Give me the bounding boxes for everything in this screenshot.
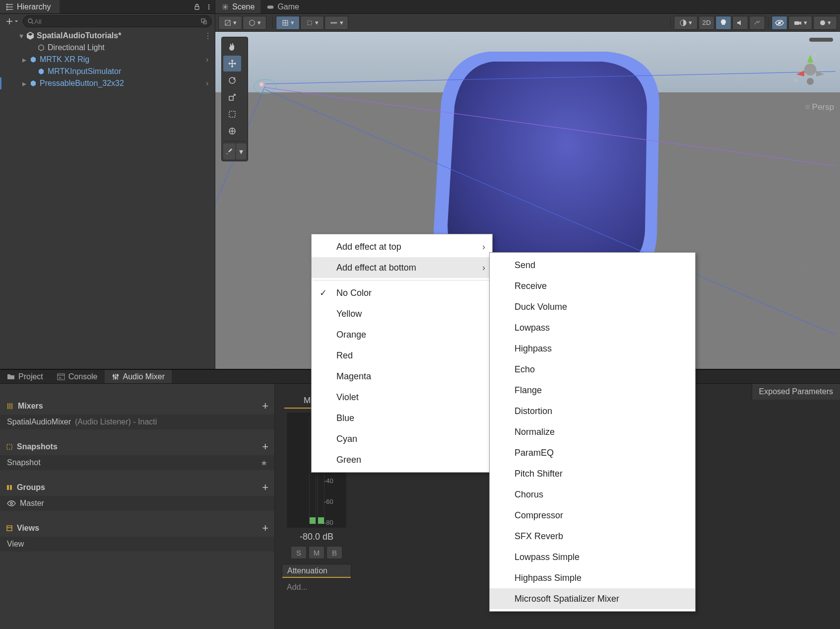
menu-effect-chorus[interactable]: Chorus [490, 484, 695, 505]
visibility-button[interactable] [772, 16, 787, 30]
group-row[interactable]: Master [0, 496, 274, 511]
mixer-icon [112, 373, 120, 381]
check-icon: ✓ [320, 287, 327, 298]
transform-tool[interactable] [223, 123, 241, 139]
scene-row[interactable]: ▾ SpatialAudioTutorials* ⋮ [0, 30, 215, 42]
menu-effect-sfx-reverb[interactable]: SFX Reverb [490, 526, 695, 547]
add-snapshot-button[interactable]: + [262, 440, 268, 453]
hierarchy-search-input[interactable] [34, 18, 200, 25]
hierarchy-lock-button[interactable] [191, 1, 203, 12]
game-object-row[interactable]: ▸ PressableButton_32x32 › [0, 77, 215, 89]
perspective-label[interactable]: ≡ Persp [805, 102, 834, 112]
add-view-button[interactable]: + [262, 522, 268, 535]
snap-increment-button[interactable]: ▾ [300, 16, 324, 30]
snap-ruler-button[interactable]: ▾ [324, 16, 348, 30]
menu-effect-duck-volume[interactable]: Duck Volume [490, 296, 695, 317]
tick-label: -40 [324, 477, 344, 485]
chevron-right-icon[interactable]: › [206, 79, 215, 88]
hierarchy-search[interactable] [23, 15, 212, 27]
draw-mode-button[interactable]: ▾ [674, 16, 698, 30]
menu-effect-compressor[interactable]: Compressor [490, 505, 695, 526]
2d-toggle-button[interactable]: 2D [699, 16, 714, 30]
menu-color-red[interactable]: Red [312, 345, 492, 366]
exposed-parameters-button[interactable]: Exposed Parameters [752, 384, 840, 400]
hand-tool[interactable] [223, 39, 241, 55]
scene-tool-palette: ▾ [221, 37, 248, 161]
menu-effect-microsoft-spatializer[interactable]: Microsoft Spatializer Mixer [490, 588, 695, 609]
add-mixer-button[interactable]: + [262, 400, 268, 413]
game-object-row[interactable]: MRTKInputSimulator [0, 66, 215, 77]
bypass-button[interactable]: B [326, 546, 342, 559]
menu-color-yellow[interactable]: Yellow [312, 303, 492, 324]
expand-icon[interactable]: ▾ [18, 32, 25, 39]
menu-label: Echo [515, 364, 535, 375]
menu-effect-parameq[interactable]: ParamEQ [490, 442, 695, 463]
create-dropdown[interactable] [3, 16, 21, 27]
menu-label: Send [515, 260, 535, 271]
viewport-drag-handle[interactable] [809, 38, 833, 42]
menu-effect-echo[interactable]: Echo [490, 359, 695, 380]
gizmos-button[interactable]: ▾ [813, 16, 837, 30]
game-object-row[interactable]: ▸ MRTK XR Rig › [0, 54, 215, 66]
snapshot-row[interactable]: Snapshot ★ [0, 455, 274, 470]
view-row[interactable]: View [0, 537, 274, 552]
chevron-right-icon[interactable]: › [206, 55, 215, 64]
menu-color-orange[interactable]: Orange [312, 324, 492, 345]
lock-icon: ≡ [805, 102, 810, 112]
menu-color-green[interactable]: Green [312, 449, 492, 470]
menu-add-effect-top[interactable]: Add effect at top › [312, 236, 492, 257]
add-group-button[interactable]: + [262, 481, 268, 494]
menu-color-none[interactable]: ✓No Color [312, 282, 492, 303]
hierarchy-tab[interactable]: Hierarchy [0, 0, 60, 13]
menu-effect-lowpass[interactable]: Lowpass [490, 317, 695, 338]
scale-tool[interactable] [223, 89, 241, 105]
expand-icon[interactable]: ▸ [21, 56, 28, 63]
expand-icon[interactable]: ▸ [21, 80, 28, 87]
menu-label: Add effect at top [336, 242, 401, 252]
solo-button[interactable]: S [291, 546, 307, 559]
svg-point-0 [6, 4, 7, 5]
menu-effect-send[interactable]: Send [490, 255, 695, 276]
menu-effect-normalize[interactable]: Normalize [490, 421, 695, 442]
menu-color-cyan[interactable]: Cyan [312, 428, 492, 449]
lighting-toggle-button[interactable] [715, 16, 731, 30]
menu-effect-receive[interactable]: Receive [490, 276, 695, 296]
groups-header: Groups [17, 483, 258, 492]
rect-tool[interactable] [223, 106, 241, 122]
audio-toggle-button[interactable] [732, 16, 748, 30]
pivot-rotation-button[interactable]: ▾ [243, 16, 266, 30]
eye-icon[interactable] [7, 500, 16, 507]
menu-add-effect-bottom[interactable]: Add effect at bottom › [312, 257, 492, 278]
hierarchy-more-button[interactable] [203, 1, 215, 12]
search-filter-icon[interactable] [200, 18, 207, 25]
menu-effect-pitch-shifter[interactable]: Pitch Shifter [490, 463, 695, 484]
fx-toggle-button[interactable] [749, 16, 765, 30]
mixer-row[interactable]: SpatialAudioMixer (Audio Listener) - Ina… [0, 415, 274, 429]
console-tab[interactable]: Console [50, 370, 105, 383]
rotate-tool[interactable] [223, 72, 241, 88]
menu-color-violet[interactable]: Violet [312, 387, 492, 408]
attenuation-slot[interactable]: Attenuation [282, 564, 351, 578]
menu-effect-lowpass-simple[interactable]: Lowpass Simple [490, 547, 695, 567]
pivot-mode-button[interactable]: ▾ [218, 16, 242, 30]
mute-button[interactable]: M [309, 546, 324, 559]
camera-settings-button[interactable]: ▾ [788, 16, 812, 30]
audio-mixer-tab[interactable]: Audio Mixer [105, 370, 172, 383]
menu-effect-flange[interactable]: Flange [490, 380, 695, 401]
orientation-gizmo[interactable]: x y [790, 50, 830, 89]
game-object-row[interactable]: Directional Light [0, 42, 215, 54]
move-tool[interactable] [223, 56, 241, 71]
scene-tab[interactable]: Scene [215, 0, 260, 13]
game-tab[interactable]: Game [260, 0, 305, 13]
grid-snap-button[interactable]: ▾ [276, 16, 300, 30]
menu-color-magenta[interactable]: Magenta [312, 366, 492, 387]
custom-tools-dropdown[interactable]: ▾ [236, 143, 246, 159]
menu-color-blue[interactable]: Blue [312, 408, 492, 428]
add-effect-button[interactable]: Add... [282, 581, 351, 594]
custom-tools-button[interactable] [223, 143, 235, 159]
menu-effect-highpass-simple[interactable]: Highpass Simple [490, 567, 695, 588]
scene-more-icon[interactable]: ⋮ [204, 31, 212, 41]
menu-effect-highpass[interactable]: Highpass [490, 338, 695, 359]
project-tab[interactable]: Project [0, 370, 50, 383]
menu-effect-distortion[interactable]: Distortion [490, 401, 695, 421]
